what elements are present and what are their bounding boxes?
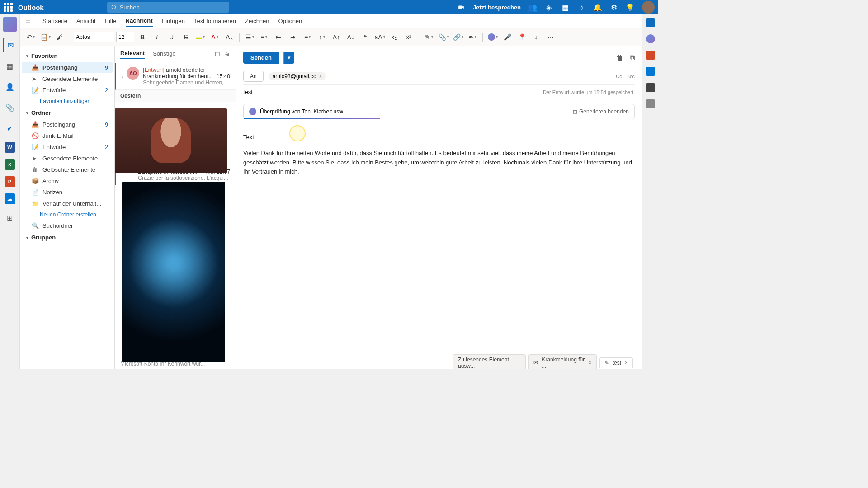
discard-icon[interactable]: 🗑: [616, 54, 623, 62]
close-tab-icon[interactable]: ×: [625, 360, 628, 366]
tab-einfuegen[interactable]: Einfügen: [162, 16, 185, 26]
calendar-day-icon[interactable]: ▦: [561, 3, 570, 12]
recipient-chip[interactable]: arnio93@gmail.co×: [269, 72, 326, 80]
subject-input[interactable]: [243, 89, 543, 95]
remove-recipient-icon[interactable]: ×: [319, 73, 322, 80]
folder-entwuerfe-fav[interactable]: 📝Entwürfe2: [22, 84, 113, 96]
line-spacing-button[interactable]: ↕: [316, 31, 328, 43]
format-painter-button[interactable]: 🖌: [53, 31, 66, 43]
search-input[interactable]: Suchen: [107, 2, 229, 13]
tab-relevant[interactable]: Relevant: [120, 50, 145, 59]
folder-posteingang-fav[interactable]: 📥Posteingang9: [22, 62, 113, 73]
attach-button[interactable]: 📎: [437, 31, 450, 43]
bullets-button[interactable]: ☰: [243, 31, 256, 43]
cc-button[interactable]: Cc: [616, 74, 622, 79]
addon-4-icon[interactable]: [646, 99, 655, 108]
filter-icon[interactable]: ⚞: [225, 51, 230, 58]
tab-optionen[interactable]: Optionen: [278, 16, 302, 26]
folder-junk[interactable]: 🚫Junk-E-Mail: [22, 130, 113, 141]
font-select[interactable]: Aptos: [74, 32, 114, 42]
select-all-icon[interactable]: ☐: [215, 51, 220, 58]
strike-button[interactable]: S: [179, 31, 192, 43]
hamburger-icon[interactable]: ☰: [25, 18, 31, 24]
favorites-header[interactable]: Favoriten: [22, 50, 113, 62]
meet-now-button[interactable]: Jetzt besprechen: [473, 4, 521, 11]
close-tab-icon[interactable]: ×: [589, 360, 592, 366]
todo-rail-icon[interactable]: ✔: [3, 121, 17, 136]
font-size-select[interactable]: 12: [116, 32, 134, 42]
to-button[interactable]: An: [243, 71, 264, 82]
mail-rail-icon[interactable]: ✉: [3, 38, 17, 52]
word-tile-icon[interactable]: W: [5, 142, 15, 153]
people-rail-icon[interactable]: 👤: [3, 80, 17, 94]
video-call-icon[interactable]: [457, 3, 466, 12]
more-apps-icon[interactable]: ⊞: [3, 211, 17, 225]
tab-ansicht[interactable]: Ansicht: [76, 16, 96, 26]
send-options-button[interactable]: ▾: [283, 52, 294, 64]
send-button[interactable]: Senden: [243, 52, 279, 64]
copilot-ribbon-icon[interactable]: [486, 31, 499, 43]
folder-archiv[interactable]: 📦Archiv: [22, 175, 113, 187]
link-button[interactable]: 🔗: [452, 31, 464, 43]
quote-button[interactable]: ❝: [359, 31, 372, 43]
folder-entwuerfe[interactable]: 📝Entwürfe2: [22, 141, 113, 153]
bcc-button[interactable]: Bcc: [627, 74, 635, 79]
folder-gesendete-fav[interactable]: ➤Gesendete Elemente: [22, 73, 113, 84]
tab-text-formatieren[interactable]: Text formatieren: [194, 16, 236, 26]
increase-font-button[interactable]: A↑: [330, 31, 343, 43]
copilot-panel-icon[interactable]: [646, 34, 655, 43]
files-rail-icon[interactable]: 📎: [3, 100, 17, 115]
superscript-button[interactable]: x²: [402, 31, 415, 43]
settings-icon[interactable]: ⚙: [609, 3, 618, 12]
ordner-header[interactable]: Ordner: [22, 107, 113, 119]
powerpoint-tile-icon[interactable]: P: [5, 176, 15, 187]
italic-button[interactable]: I: [151, 31, 163, 43]
underline-button[interactable]: U: [165, 31, 178, 43]
message-body[interactable]: Text: Vielen Dank für Ihre netten Worte …: [243, 133, 635, 183]
decrease-font-button[interactable]: A↓: [344, 31, 357, 43]
paste-button[interactable]: 📋: [39, 31, 52, 43]
folder-suchordner[interactable]: 🔍Suchordner: [22, 220, 113, 231]
popout-icon[interactable]: ⧉: [630, 54, 635, 62]
tab-sonstige[interactable]: Sonstige: [153, 50, 176, 59]
tab-startseite[interactable]: Startseite: [42, 16, 67, 26]
numbering-button[interactable]: ≡: [258, 31, 270, 43]
onedrive-tile-icon[interactable]: ☁: [5, 193, 15, 204]
addon-3-icon[interactable]: [646, 83, 655, 92]
align-button[interactable]: ≡: [301, 31, 314, 43]
dictate-button[interactable]: 🎤: [501, 31, 514, 43]
case-button[interactable]: aA: [373, 31, 386, 43]
folder-gesendete[interactable]: ➤Gesendete Elemente: [22, 153, 113, 164]
calendar-rail-icon[interactable]: ▦: [3, 59, 17, 73]
more-ribbon-button[interactable]: ⋯: [544, 31, 557, 43]
copilot-rail-icon[interactable]: [3, 17, 17, 32]
stop-generate-button[interactable]: ◻Generieren beenden: [573, 108, 629, 115]
bottom-tab-2[interactable]: ✉Krankmeldung für ...×: [528, 354, 596, 369]
app-launcher-icon[interactable]: [4, 3, 13, 12]
folder-notizen[interactable]: 📄Notizen: [22, 187, 113, 198]
styles-button[interactable]: ✎: [423, 31, 435, 43]
highlight-button[interactable]: ▬: [194, 31, 207, 43]
lightbulb-icon[interactable]: 💡: [626, 3, 635, 12]
tab-hilfe[interactable]: Hilfe: [105, 16, 117, 26]
mail-item-1[interactable]: › AO [Entwurf] arnold oberleiter Krankme…: [115, 63, 236, 90]
mic-icon[interactable]: 📍: [515, 31, 528, 43]
excel-tile-icon[interactable]: X: [5, 159, 15, 170]
font-color-button[interactable]: A: [208, 31, 221, 43]
user-avatar[interactable]: [642, 1, 655, 14]
new-folder-link[interactable]: Neuen Ordner erstellen: [22, 209, 113, 220]
addon-1-icon[interactable]: [646, 51, 655, 60]
search-panel-icon[interactable]: [646, 18, 655, 27]
notifications-icon[interactable]: 🔔: [593, 3, 602, 12]
folder-posteingang[interactable]: 📥Posteingang9: [22, 119, 113, 130]
clear-format-button[interactable]: Aₓ: [223, 31, 236, 43]
indent-button[interactable]: ⇥: [287, 31, 299, 43]
outdent-button[interactable]: ⇤: [272, 31, 285, 43]
diamond-icon[interactable]: ◈: [544, 3, 553, 12]
subscript-button[interactable]: x₂: [388, 31, 401, 43]
gruppen-header[interactable]: Gruppen: [22, 231, 113, 244]
undo-button[interactable]: ↶: [24, 31, 37, 43]
bottom-tab-3[interactable]: ✎test×: [599, 357, 633, 368]
folder-verlauf[interactable]: 📁Verlauf der Unterhalt...: [22, 198, 113, 209]
addon-2-icon[interactable]: [646, 67, 655, 76]
